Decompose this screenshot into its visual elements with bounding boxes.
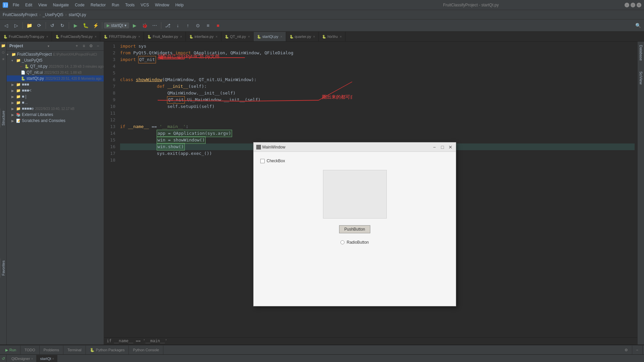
minimize-button[interactable]: − <box>625 3 629 7</box>
menu-vcs[interactable]: VCS <box>138 2 152 8</box>
toolbar-redo[interactable]: ↻ <box>58 21 67 30</box>
code-line-8: QMainWindow.__init__(self) <box>120 90 635 97</box>
close-button[interactable]: × <box>637 3 641 7</box>
tree-startqt[interactable]: 🐍 startQt.py 2022/9/23 20:51, 420 B Mome… <box>7 75 104 81</box>
tab-htx[interactable]: 🐍 htx\fru × <box>319 32 345 41</box>
toolbar-debug[interactable]: 🐛 <box>81 21 90 30</box>
mw-maximize-btn[interactable]: □ <box>440 144 445 150</box>
tree-folder4[interactable]: ▶ 📁 ■ .. <box>7 100 104 106</box>
toolbar-run-green[interactable]: ▶ <box>71 21 80 30</box>
toolbar-run-coverage[interactable]: ⚡ <box>91 21 100 30</box>
toolbar-project-add[interactable]: 📁 <box>24 21 34 30</box>
bottom-tab-run[interactable]: ▶ Run <box>1 346 20 354</box>
tree-root[interactable]: ▾ 📁 FruitClassifyProject E:\Python\XHUPr… <box>7 51 104 57</box>
toolbar-stop[interactable]: ■ <box>213 21 223 30</box>
bottom-tab-problems[interactable]: Problems <box>40 346 63 354</box>
mw-radio-button[interactable] <box>340 240 344 244</box>
toolbar-back[interactable]: ◁ <box>1 21 11 30</box>
toolbar-run-with[interactable]: ⋯ <box>150 21 159 30</box>
toolbar-git[interactable]: ⎇ <box>163 21 172 30</box>
tree-qtnit-py[interactable]: ← 🐍 QT_nit.py 2022/9/20 14, 2.39 kB 3 mi… <box>7 63 104 69</box>
tree-folder1[interactable]: ▶ 📁 ■■■ <box>7 81 104 87</box>
tab-quarter[interactable]: 🐍 quarter.py × <box>286 32 319 41</box>
run-tab-icon: ▶ <box>5 348 8 352</box>
project-gear-btn[interactable]: ⚙ <box>88 43 94 49</box>
tab-startqt[interactable]: 🐍 startQt.py × <box>254 32 286 41</box>
tree-folder2[interactable]: ▶ 📁 ■■■< <box>7 87 104 94</box>
run-restart-btn[interactable]: ↺ <box>1 356 6 361</box>
menu-code[interactable]: Code <box>72 2 87 8</box>
menu-window[interactable]: Window <box>152 2 172 8</box>
mw-pushbutton[interactable]: PushButton <box>339 225 370 233</box>
tab-close-icon4[interactable]: × <box>180 35 182 39</box>
bottom-tab-python-console[interactable]: Python Console <box>129 346 163 354</box>
run-config-selector[interactable]: ▶ startQt ▾ <box>104 22 129 28</box>
toolbar-git4[interactable]: ⊙ <box>193 21 203 30</box>
menu-help[interactable]: Help <box>173 2 186 8</box>
menu-file[interactable]: File <box>10 2 22 8</box>
breadcrumb-file[interactable]: startQt.py <box>69 12 86 17</box>
mw-minimize-btn[interactable]: − <box>432 144 437 150</box>
menu-tools[interactable]: Tools <box>122 2 137 8</box>
tab-close-icon2[interactable]: × <box>95 35 97 39</box>
toolbar-git2[interactable]: ↓ <box>173 21 182 30</box>
tab-fruits[interactable]: 🐍 FRUITS\fruits.py × <box>100 32 144 41</box>
tab-close-icon[interactable]: × <box>46 35 48 39</box>
database-tab[interactable]: Database <box>638 43 644 63</box>
toolbar-debug-btn[interactable]: 🐞 <box>140 21 149 30</box>
title-bar: IJ File Edit View Navigate Code Refactor… <box>0 0 644 10</box>
tree-ext-libs[interactable]: ▶ 📚 External Libraries <box>7 112 104 118</box>
toolbar-forward[interactable]: ▷ <box>11 21 21 30</box>
tab-close-icon7[interactable]: × <box>280 35 282 39</box>
run-config-chevron: ▾ <box>124 23 126 28</box>
tab-close-icon6[interactable]: × <box>248 35 250 39</box>
menu-run[interactable]: Run <box>109 2 122 8</box>
bookmark-icon[interactable]: ★ <box>1 56 6 62</box>
tab-interface[interactable]: 🐍 interface.py × <box>186 32 221 41</box>
tree-startqt-label: startQt.py <box>26 76 44 81</box>
toolbar-git5[interactable]: ≡ <box>203 21 213 30</box>
tree-folder3[interactable]: ▶ 📁 ■ | <box>7 94 104 100</box>
commit-icon[interactable]: ⊙ <box>1 50 6 55</box>
tree-scratches[interactable]: ▶ 📝 Scratches and Consoles <box>7 118 104 124</box>
mw-checkbox[interactable] <box>260 159 265 163</box>
project-collapse-btn[interactable]: ≡ <box>81 43 87 49</box>
tree-folder5[interactable]: ▶ 📁 ■■■■e 2022/9/23 10:40, 12.17 kB <box>7 106 104 112</box>
sciview-tab[interactable]: SciView <box>638 69 644 86</box>
bottom-tab-todo[interactable]: TODO <box>20 346 40 354</box>
toolbar-git3[interactable]: ↑ <box>183 21 193 30</box>
tab-fruitclassifytraing[interactable]: 🐍 FruitClassifyTraing.py × <box>0 32 52 41</box>
run-subtab-startqt[interactable]: startQt × <box>37 355 57 362</box>
run-subtab-qtdesigner[interactable]: QtDesigner × <box>8 355 37 362</box>
bottom-tab-terminal[interactable]: Terminal <box>63 346 86 354</box>
bottom-tab-minimize[interactable]: − <box>632 346 643 354</box>
breadcrumb-root[interactable]: FruitClassifyProject <box>3 12 37 17</box>
toolbar-run-btn[interactable]: ▶ <box>130 21 139 30</box>
menu-view[interactable]: View <box>36 2 50 8</box>
menu-refactor[interactable]: Refactor <box>88 2 108 8</box>
toolbar-undo[interactable]: ↺ <box>48 21 57 30</box>
menu-edit[interactable]: Edit <box>22 2 35 8</box>
tab-qtnit[interactable]: 🐍 QT_nit.py × <box>221 32 254 41</box>
project-icon[interactable]: 📁 <box>1 43 6 48</box>
search-icon[interactable]: 🔍 <box>633 21 643 30</box>
toolbar-sync[interactable]: ⟳ <box>35 21 44 30</box>
tab-close-icon3[interactable]: × <box>138 35 140 39</box>
breadcrumb-folder[interactable]: _UsePyQt5 <box>43 12 63 17</box>
maximize-button[interactable]: □ <box>631 3 635 7</box>
tab-fruit-master[interactable]: 🐍 Fruit_Master.py × <box>144 32 186 41</box>
menu-navigate[interactable]: Navigate <box>50 2 71 8</box>
structure-panel-tab[interactable]: Structure <box>0 109 6 128</box>
project-close-btn[interactable]: − <box>95 43 101 49</box>
bottom-tab-python-packages[interactable]: 🐍 Python Packages <box>86 346 129 354</box>
favorites-panel-tab[interactable]: Favorites <box>0 258 6 278</box>
project-add-btn[interactable]: + <box>74 43 80 49</box>
bottom-tab-gear[interactable]: ⚙ <box>621 346 632 354</box>
tree-qtnit-ui[interactable]: 📄 QT_nit.ui 2022/9/23 20:42, 1.88 kB <box>7 69 104 75</box>
tab-fruitclassifytest[interactable]: 🐍 FruitClassifyTest.py × <box>52 32 100 41</box>
tab-close-icon8[interactable]: × <box>313 35 315 39</box>
mw-close-btn[interactable]: ✕ <box>448 144 453 150</box>
tree-usepyqt5[interactable]: ▾ 📁 _UsePyQt5 <box>7 57 104 63</box>
tab-close-icon5[interactable]: × <box>216 35 218 39</box>
tab-close-icon9[interactable]: × <box>340 35 342 39</box>
